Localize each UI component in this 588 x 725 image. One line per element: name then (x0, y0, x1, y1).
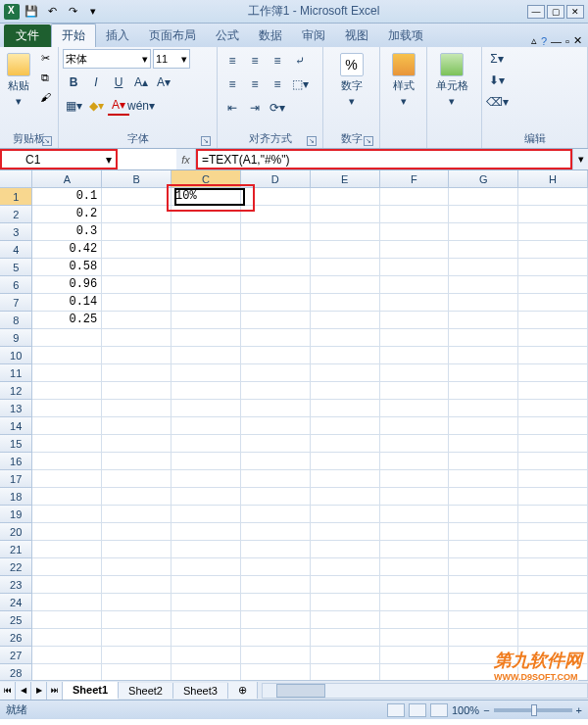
row-header[interactable]: 4 (0, 241, 32, 259)
cut-icon[interactable]: ✂ (36, 49, 54, 67)
cell[interactable]: 0.58 (32, 259, 102, 276)
cell[interactable] (311, 611, 380, 629)
cell[interactable] (32, 523, 102, 541)
cell[interactable] (518, 206, 588, 223)
cell[interactable] (449, 664, 518, 680)
cell[interactable] (380, 206, 450, 223)
cell[interactable] (241, 312, 311, 329)
cell[interactable] (172, 241, 241, 259)
cell[interactable] (518, 417, 588, 435)
cell[interactable] (172, 488, 241, 506)
cell[interactable] (449, 347, 518, 364)
cell[interactable] (102, 276, 172, 294)
row-header[interactable]: 11 (0, 364, 32, 382)
font-launcher[interactable]: ↘ (201, 136, 211, 146)
cell[interactable] (32, 576, 102, 594)
cell[interactable] (241, 294, 311, 312)
cell[interactable] (241, 241, 311, 259)
cell[interactable] (172, 435, 241, 453)
cell[interactable] (518, 470, 588, 488)
paste-button[interactable]: 粘贴 ▾ (4, 49, 32, 108)
cell[interactable] (102, 647, 172, 664)
cell[interactable] (102, 241, 172, 259)
cell[interactable] (241, 329, 311, 347)
minimize-ribbon-icon[interactable]: ▵ (531, 34, 537, 47)
sheet-tab-1[interactable]: Sheet1 (63, 682, 119, 700)
cell[interactable] (172, 541, 241, 558)
fx-button[interactable]: fx (176, 149, 196, 169)
row-header[interactable]: 23 (0, 576, 32, 594)
cell[interactable] (172, 576, 241, 594)
cell[interactable] (311, 329, 380, 347)
increase-indent-button[interactable]: ⇥ (244, 98, 266, 118)
cell[interactable] (241, 435, 311, 453)
cell[interactable] (380, 576, 450, 594)
cell[interactable] (241, 664, 311, 680)
cell[interactable] (449, 241, 518, 259)
row-header[interactable]: 27 (0, 647, 32, 664)
cell[interactable] (518, 188, 588, 206)
cell[interactable] (241, 400, 311, 417)
cell[interactable] (380, 188, 450, 206)
cell[interactable] (241, 470, 311, 488)
cell[interactable] (518, 329, 588, 347)
cell[interactable] (32, 435, 102, 453)
cell[interactable] (241, 523, 311, 541)
row-header[interactable]: 5 (0, 259, 32, 276)
cell[interactable] (518, 629, 588, 647)
col-header-H[interactable]: H (518, 170, 588, 187)
cell[interactable] (449, 435, 518, 453)
row-header[interactable]: 15 (0, 435, 32, 453)
fill-button[interactable]: ⬇▾ (486, 71, 508, 90)
cell[interactable] (102, 488, 172, 506)
cell[interactable] (172, 347, 241, 364)
cell[interactable] (102, 629, 172, 647)
cell[interactable] (102, 558, 172, 576)
cell[interactable] (449, 541, 518, 558)
cell[interactable] (380, 223, 450, 241)
row-header[interactable]: 1 (0, 188, 32, 206)
cell[interactable] (102, 523, 172, 541)
cell[interactable] (380, 276, 450, 294)
cell[interactable] (311, 400, 380, 417)
row-header[interactable]: 2 (0, 206, 32, 223)
row-header[interactable]: 24 (0, 594, 32, 611)
styles-button[interactable]: 样式 ▾ (384, 49, 422, 108)
grow-font-button[interactable]: A▴ (130, 72, 152, 92)
row-header[interactable]: 12 (0, 382, 32, 400)
name-box-dropdown-icon[interactable]: ▾ (106, 153, 112, 167)
cell[interactable] (449, 470, 518, 488)
cell[interactable] (449, 400, 518, 417)
formula-expand-icon[interactable]: ▾ (572, 149, 588, 169)
cell[interactable] (102, 312, 172, 329)
cell[interactable] (311, 523, 380, 541)
cell[interactable] (380, 435, 450, 453)
cell[interactable] (518, 506, 588, 523)
redo-icon[interactable]: ↷ (64, 3, 81, 21)
cell[interactable] (172, 206, 241, 223)
cell[interactable] (32, 611, 102, 629)
number-format-button[interactable]: % 数字 ▾ (329, 49, 374, 108)
cell[interactable] (449, 417, 518, 435)
font-color-button[interactable]: A▾ (108, 96, 129, 116)
cell[interactable] (449, 523, 518, 541)
align-center-button[interactable]: ≡ (244, 74, 266, 94)
cell[interactable] (311, 488, 380, 506)
cell[interactable] (518, 400, 588, 417)
cell[interactable] (449, 629, 518, 647)
cell[interactable] (311, 382, 380, 400)
cell[interactable] (380, 470, 450, 488)
cell[interactable] (241, 347, 311, 364)
cell[interactable] (518, 611, 588, 629)
bold-button[interactable]: B (63, 72, 84, 92)
font-size-select[interactable]: 11▾ (153, 49, 190, 69)
cell[interactable] (380, 488, 450, 506)
cell[interactable] (102, 206, 172, 223)
cell[interactable] (241, 364, 311, 382)
cell[interactable] (380, 647, 450, 664)
cell[interactable] (518, 488, 588, 506)
col-header-E[interactable]: E (311, 170, 380, 187)
zoom-slider-knob[interactable] (531, 704, 537, 716)
cell[interactable] (102, 594, 172, 611)
cell[interactable] (380, 523, 450, 541)
